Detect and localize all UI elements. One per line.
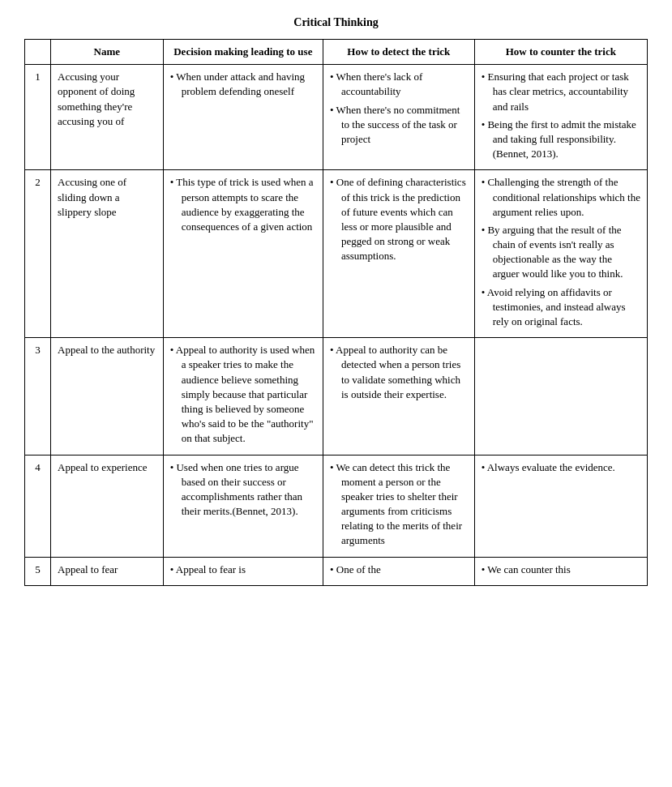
- row-decision: Appeal to authority is used when a speak…: [163, 338, 323, 455]
- row-number: 4: [25, 455, 51, 557]
- row-decision: Used when one tries to argue based on th…: [163, 455, 323, 557]
- row-number: 2: [25, 170, 51, 338]
- table-row: 4Appeal to experienceUsed when one tries…: [25, 455, 648, 557]
- critical-thinking-table: Name Decision making leading to use How …: [24, 39, 648, 586]
- row-name: Accusing your opponent of doing somethin…: [51, 65, 164, 170]
- list-item: By arguing that the result of the chain …: [482, 223, 640, 282]
- row-detect: Appeal to authority can be detected when…: [323, 338, 474, 455]
- list-item: Ensuring that each project or task has c…: [482, 70, 640, 114]
- table-row: 2Accusing one of sliding down a slippery…: [25, 170, 648, 338]
- table-row: 5Appeal to fearAppeal to fear isOne of t…: [25, 557, 648, 585]
- header-counter: How to counter the trick: [474, 40, 647, 65]
- header-name: Name: [51, 40, 164, 65]
- list-item: This type of trick is used when a person…: [170, 175, 316, 234]
- list-item: Avoid relying on affidavits or testimoni…: [482, 285, 640, 330]
- list-item: Appeal to authority can be detected when…: [330, 343, 468, 402]
- list-item: Appeal to authority is used when a speak…: [170, 343, 316, 446]
- row-counter: Ensuring that each project or task has c…: [474, 65, 647, 170]
- header-num: [25, 40, 51, 65]
- list-item: Always evaluate the evidence.: [482, 460, 640, 475]
- list-item: One of the: [330, 562, 468, 577]
- list-item: We can detect this trick the moment a pe…: [330, 460, 468, 549]
- row-detect: One of defining characteristics of this …: [323, 170, 474, 338]
- row-decision: Appeal to fear is: [163, 557, 323, 585]
- row-name: Appeal to the authority: [51, 338, 164, 455]
- row-decision: When under attack and having problem def…: [163, 65, 323, 170]
- list-item: Appeal to fear is: [170, 562, 316, 577]
- list-item: Used when one tries to argue based on th…: [170, 460, 316, 520]
- header-detect: How to detect the trick: [323, 40, 474, 65]
- row-decision: This type of trick is used when a person…: [163, 170, 323, 338]
- list-item: One of defining characteristics of this …: [330, 175, 468, 263]
- row-detect: We can detect this trick the moment a pe…: [323, 455, 474, 557]
- list-item: When there's no commitment to the succes…: [330, 103, 468, 148]
- row-number: 5: [25, 557, 51, 585]
- row-detect: When there's lack of accountabilityWhen …: [323, 65, 474, 170]
- row-counter: [474, 338, 647, 455]
- list-item: We can counter this: [482, 562, 640, 577]
- row-name: Accusing one of sliding down a slippery …: [51, 170, 164, 338]
- row-number: 3: [25, 338, 51, 455]
- table-row: 1Accusing your opponent of doing somethi…: [25, 65, 648, 170]
- row-number: 1: [25, 65, 51, 170]
- list-item: When there's lack of accountability: [330, 70, 468, 99]
- row-name: Appeal to fear: [51, 557, 164, 585]
- row-detect: One of the: [323, 557, 474, 585]
- header-decision: Decision making leading to use: [163, 40, 323, 65]
- list-item: Challenging the strength of the conditio…: [482, 175, 640, 220]
- list-item: When under attack and having problem def…: [170, 70, 316, 99]
- list-item: Being the first to admit the mistake and…: [482, 118, 640, 162]
- row-name: Appeal to experience: [51, 455, 164, 557]
- row-counter: Challenging the strength of the conditio…: [474, 170, 647, 338]
- page-title: Critical Thinking: [24, 16, 648, 29]
- row-counter: We can counter this: [474, 557, 647, 585]
- table-row: 3Appeal to the authorityAppeal to author…: [25, 338, 648, 455]
- row-counter: Always evaluate the evidence.: [474, 455, 647, 557]
